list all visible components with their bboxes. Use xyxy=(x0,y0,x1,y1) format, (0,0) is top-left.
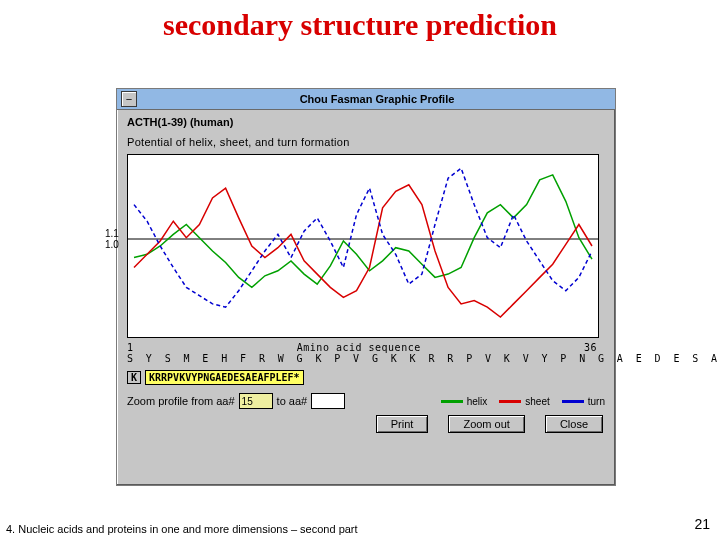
legend-sheet: sheet xyxy=(499,396,549,407)
y-axis-labels: 1.1 1.0 xyxy=(105,228,119,250)
chou-fasman-window: − Chou Fasman Graphic Profile ACTH(1-39)… xyxy=(116,88,616,486)
ytick: 1.1 xyxy=(105,228,119,239)
footer-note: 4. Nucleic acids and proteins in one and… xyxy=(6,523,358,536)
legend-helix: helix xyxy=(441,396,488,407)
zoom-from-input[interactable] xyxy=(239,393,273,409)
sequence-scale: 1 Amino acid sequence 36 S Y S M E H F R… xyxy=(127,342,605,364)
minimize-icon: − xyxy=(126,93,132,105)
zoom-to-input[interactable] xyxy=(311,393,345,409)
profile-plot xyxy=(127,154,599,338)
xaxis-end: 36 xyxy=(584,342,597,353)
ytick: 1.0 xyxy=(105,239,119,250)
sequence-letters: S Y S M E H F R W G K P V G K K R R P V … xyxy=(127,353,605,364)
legend-label: turn xyxy=(588,396,605,407)
plot-caption: Potential of helix, sheet, and turn form… xyxy=(127,136,605,148)
sequence-highlight-row: K KRRPVKVYPNGAEDESAEAFPLEF* xyxy=(127,370,605,385)
print-button[interactable]: Print xyxy=(376,415,429,433)
slide-title: secondary structure prediction xyxy=(0,8,720,42)
window-titlebar: − Chou Fasman Graphic Profile xyxy=(117,89,615,110)
window-title: Chou Fasman Graphic Profile xyxy=(143,93,611,105)
zoom-out-button[interactable]: Zoom out xyxy=(448,415,524,433)
k-badge: K xyxy=(127,371,141,384)
close-button[interactable]: Close xyxy=(545,415,603,433)
sequence-name: ACTH(1-39) (human) xyxy=(127,116,605,128)
xaxis-label: Amino acid sequence xyxy=(297,342,421,353)
xaxis-start: 1 xyxy=(127,342,134,353)
minimize-button[interactable]: − xyxy=(121,91,137,107)
zoom-from-label: Zoom profile from aa# xyxy=(127,395,235,407)
sequence-input[interactable]: KRRPVKVYPNGAEDESAEAFPLEF* xyxy=(145,370,304,385)
page-number: 21 xyxy=(694,516,710,532)
legend-label: helix xyxy=(467,396,488,407)
legend-turn: turn xyxy=(562,396,605,407)
profile-svg xyxy=(128,155,598,337)
zoom-to-label: to aa# xyxy=(277,395,308,407)
legend-label: sheet xyxy=(525,396,549,407)
legend: helix sheet turn xyxy=(441,396,605,407)
